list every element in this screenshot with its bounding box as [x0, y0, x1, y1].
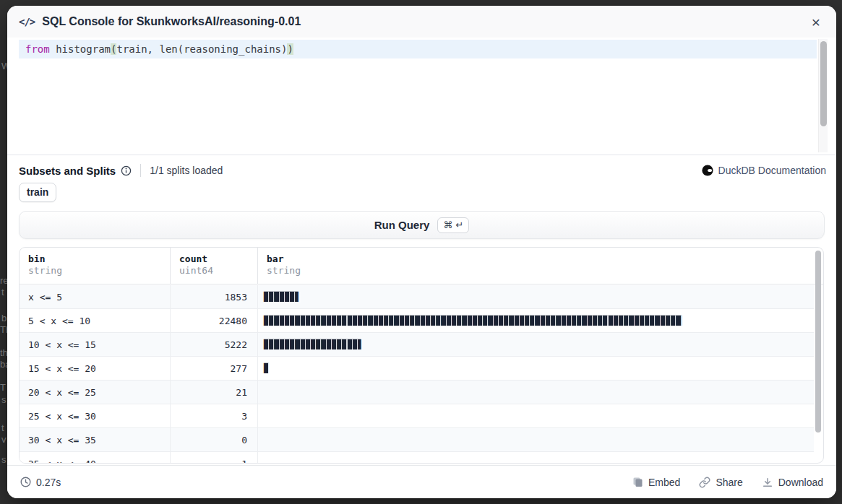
bracket-match-open: ( [111, 43, 116, 55]
table-header: bin string count uint64 bar string [20, 248, 823, 284]
bracket-match-close: ) [287, 43, 293, 55]
copy-icon [632, 477, 643, 487]
cell-count: 21 [170, 381, 258, 404]
background-fragment: b [1, 313, 7, 323]
clock-icon [20, 477, 31, 487]
footer-actions: Embed Share Download [632, 477, 823, 488]
split-chip-train[interactable]: train [19, 183, 56, 202]
table-row: 25 < x <= 303 [20, 404, 814, 428]
cell-count: 0 [170, 428, 258, 451]
run-query-label: Run Query [374, 219, 430, 231]
cell-count: 3 [170, 404, 258, 427]
keyboard-shortcut-badge: ⌘ ↵ [437, 217, 469, 233]
divider [140, 164, 141, 177]
background-fragment: t [1, 287, 4, 297]
cell-bin: 20 < x <= 25 [20, 381, 170, 404]
cell-bar: ██████████████████▋ [258, 333, 814, 356]
cell-bar: ████████████████████████████████████████… [258, 309, 814, 332]
results-table: bin string count uint64 bar string x <= … [19, 247, 824, 464]
table-row: 20 < x <= 2521 [20, 381, 814, 404]
run-query-button[interactable]: Run Query ⌘ ↵ [19, 211, 825, 239]
sql-keyword: from [25, 43, 50, 55]
table-row: 5 < x <= 1022480████████████████████████… [20, 309, 814, 333]
histogram-bar: ██████▋ [264, 292, 301, 303]
cell-bar: ▉ [258, 357, 814, 380]
sql-function: histogram [56, 43, 111, 55]
cell-bar [258, 452, 814, 463]
cell-bin: x <= 5 [20, 285, 170, 308]
background-fragment: s [1, 394, 7, 405]
cell-count: 22480 [170, 309, 258, 332]
column-header-count[interactable]: count uint64 [170, 248, 258, 284]
embed-button[interactable]: Embed [632, 477, 680, 488]
table-scrollbar-thumb[interactable] [815, 251, 821, 433]
share-button[interactable]: Share [699, 477, 742, 488]
sql-console-modal: </> SQL Console for SkunkworksAI/reasoni… [7, 6, 836, 498]
editor-active-line: from histogram(train, len(reasoning_chai… [19, 40, 817, 58]
download-icon-button[interactable]: Download [762, 477, 823, 488]
modal-header: </> SQL Console for SkunkworksAI/reasoni… [7, 6, 836, 38]
background-fragment: t [1, 422, 4, 433]
column-header-bar[interactable]: bar string [258, 248, 823, 284]
duckdb-link-label: DuckDB Documentation [718, 165, 826, 176]
table-row: x <= 51853██████▋ [20, 285, 814, 309]
cell-count: 5222 [170, 333, 258, 356]
modal-footer: 0.27s Embed Share Download [7, 465, 836, 498]
cell-bar [258, 404, 814, 427]
histogram-bar: ▉ [264, 363, 269, 374]
download-icon [762, 477, 773, 488]
query-duration: 0.27s [20, 477, 61, 488]
cell-count: 1853 [170, 285, 258, 308]
cell-count: 1 [170, 452, 258, 463]
table-scrollbar[interactable] [815, 249, 822, 461]
cell-bar [258, 428, 814, 451]
modal-title: SQL Console for SkunkworksAI/reasoning-0… [42, 15, 301, 28]
background-fragment: s [1, 454, 7, 465]
splits-title: Subsets and Splits [19, 165, 116, 177]
cell-bin: 5 < x <= 10 [20, 309, 170, 332]
table-row: 10 < x <= 155222██████████████████▋ [20, 333, 814, 357]
cell-bin: 35 < x <= 40 [20, 452, 170, 463]
cell-bin: 10 < x <= 15 [20, 333, 170, 356]
link-icon [699, 477, 710, 488]
splits-chips: train [7, 183, 836, 202]
splits-bar: Subsets and Splits 1/1 splits loaded Duc… [7, 162, 836, 178]
duration-value: 0.27s [36, 477, 61, 488]
cell-bar: ██████▋ [258, 285, 814, 308]
cell-bin: 15 < x <= 20 [20, 357, 170, 380]
duckdb-documentation-link[interactable]: DuckDB Documentation [702, 165, 826, 176]
duckdb-icon [702, 165, 713, 176]
cell-bin: 30 < x <= 35 [20, 428, 170, 451]
column-header-bin[interactable]: bin string [20, 248, 170, 284]
close-icon[interactable]: × [807, 13, 825, 31]
background-fragment: T [0, 382, 6, 393]
splits-loaded-status: 1/1 splits loaded [150, 165, 223, 176]
table-row: 35 < x <= 401 [20, 452, 814, 463]
code-icon: </> [19, 16, 35, 27]
table-row: 30 < x <= 350 [20, 428, 814, 452]
info-icon[interactable] [121, 165, 132, 176]
sql-args: train, len(reasoning_chains [116, 43, 281, 55]
editor-scrollbar-thumb[interactable] [820, 41, 827, 126]
table-row: 15 < x <= 20277▉ [20, 357, 814, 381]
sql-editor[interactable]: from histogram(train, len(reasoning_chai… [7, 38, 836, 155]
cell-bin: 25 < x <= 30 [20, 404, 170, 427]
histogram-bar: ██████████████████▋ [264, 339, 363, 350]
table-body: x <= 51853██████▋5 < x <= 1022480███████… [20, 285, 814, 463]
histogram-bar: ████████████████████████████████████████… [264, 316, 682, 326]
editor-scrollbar[interactable] [818, 39, 828, 152]
background-fragment: v [1, 434, 7, 445]
cell-bar [258, 381, 814, 404]
cell-count: 277 [170, 357, 258, 380]
